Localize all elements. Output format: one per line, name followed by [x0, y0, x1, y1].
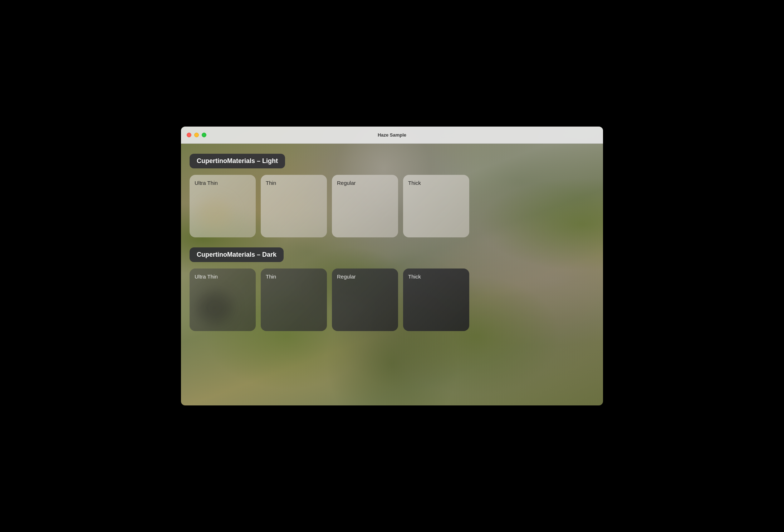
minimize-button[interactable]: [194, 133, 199, 137]
blob-ultra-thin-light: [197, 198, 232, 230]
light-section-label: CupertinoMaterials – Light: [190, 154, 285, 168]
traffic-lights: [187, 133, 206, 137]
card-thick-light: Thick: [403, 175, 469, 237]
card-ultra-thin-dark: Ultra Thin: [190, 269, 256, 331]
card-thick-dark: Thick: [403, 269, 469, 331]
label-regular-dark: Regular: [337, 274, 356, 280]
card-regular-dark: Regular: [332, 269, 398, 331]
maximize-button[interactable]: [202, 133, 206, 137]
window-title: Haze Sample: [378, 132, 406, 138]
label-thick-light: Thick: [408, 180, 421, 186]
label-regular-light: Regular: [337, 180, 356, 186]
dark-section-label: CupertinoMaterials – Dark: [190, 247, 284, 262]
dark-section: CupertinoMaterials – Dark Ultra Thin Thi…: [190, 247, 594, 331]
title-bar: Haze Sample: [181, 127, 603, 144]
light-section: CupertinoMaterials – Light Ultra Thin Th…: [190, 154, 594, 237]
card-thin-dark: Thin: [261, 269, 327, 331]
app-window: Haze Sample CupertinoMaterials – Light U…: [181, 127, 603, 405]
close-button[interactable]: [187, 133, 191, 137]
light-materials-row: Ultra Thin Thin Regular Thick: [190, 175, 594, 237]
label-ultra-thin-dark: Ultra Thin: [195, 274, 218, 280]
label-ultra-thin-light: Ultra Thin: [195, 180, 218, 186]
card-regular-light: Regular: [332, 175, 398, 237]
label-thin-dark: Thin: [266, 274, 276, 280]
blob-ultra-thin-dark: [197, 292, 232, 324]
card-thin-light: Thin: [261, 175, 327, 237]
label-thin-light: Thin: [266, 180, 276, 186]
main-content: CupertinoMaterials – Light Ultra Thin Th…: [181, 144, 603, 405]
card-ultra-thin-light: Ultra Thin: [190, 175, 256, 237]
label-thick-dark: Thick: [408, 274, 421, 280]
dark-materials-row: Ultra Thin Thin Regular Thick: [190, 269, 594, 331]
